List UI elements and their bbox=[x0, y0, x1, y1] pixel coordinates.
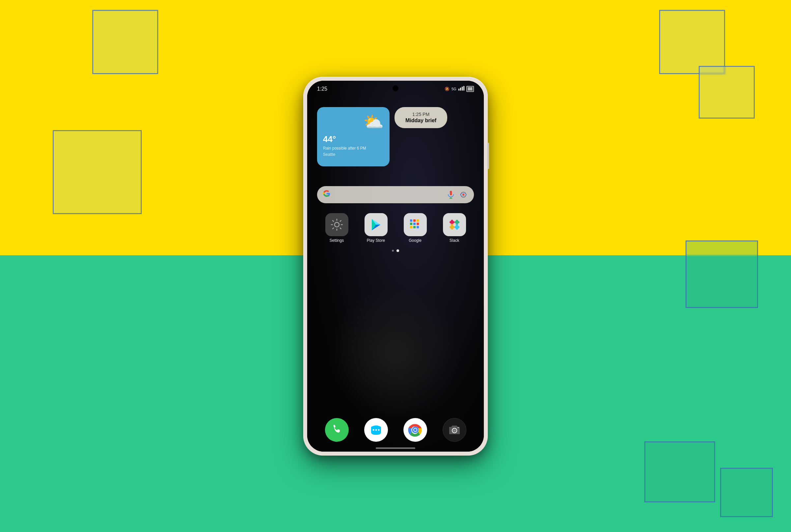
app-settings-label: Settings bbox=[330, 238, 344, 243]
svg-point-34 bbox=[378, 429, 379, 431]
dock-camera-icon bbox=[443, 418, 466, 442]
app-row: Settings Play bbox=[317, 213, 474, 243]
svg-rect-24 bbox=[449, 221, 455, 223]
svg-rect-22 bbox=[417, 226, 419, 228]
slack-icon bbox=[443, 213, 466, 236]
status-time: 1:25 bbox=[317, 86, 327, 92]
svg-rect-3 bbox=[463, 86, 464, 91]
svg-rect-21 bbox=[413, 226, 416, 228]
svg-point-39 bbox=[414, 429, 417, 431]
midday-time: 1:25 PM bbox=[412, 112, 429, 117]
search-lens-button[interactable] bbox=[459, 190, 468, 199]
page-dot-2 bbox=[397, 249, 399, 252]
app-settings[interactable]: Settings bbox=[325, 213, 348, 243]
settings-icon bbox=[325, 213, 348, 236]
app-google-label: Google bbox=[409, 238, 422, 243]
dock-chrome-icon bbox=[403, 418, 427, 442]
svg-rect-20 bbox=[410, 226, 412, 228]
dock-chrome[interactable] bbox=[403, 418, 427, 442]
svg-rect-15 bbox=[413, 220, 416, 222]
svg-point-42 bbox=[458, 427, 458, 428]
svg-point-8 bbox=[462, 194, 464, 196]
svg-point-9 bbox=[334, 222, 339, 227]
svg-rect-26 bbox=[455, 221, 459, 223]
weather-widget[interactable]: ⛅ 44° Rain possible after 6 PM Seattle bbox=[317, 107, 390, 166]
bottom-dock bbox=[307, 418, 484, 442]
midday-label: Midday brief bbox=[405, 118, 436, 124]
camera-cutout bbox=[392, 85, 399, 91]
app-playstore[interactable]: Play Store bbox=[365, 213, 388, 243]
app-slack[interactable]: Slack bbox=[443, 213, 466, 243]
battery-icon: 88 bbox=[466, 86, 474, 92]
glass-square-2 bbox=[659, 10, 725, 74]
midday-widget[interactable]: 1:25 PM Midday brief bbox=[394, 107, 447, 128]
widgets-row: ⛅ 44° Rain possible after 6 PM Seattle 1… bbox=[317, 107, 474, 166]
signal-bars bbox=[458, 86, 464, 92]
playstore-icon bbox=[365, 213, 388, 236]
svg-point-32 bbox=[372, 429, 374, 431]
app-google[interactable]: Google bbox=[404, 213, 427, 243]
dock-camera[interactable] bbox=[443, 418, 466, 442]
svg-rect-17 bbox=[410, 223, 412, 225]
svg-rect-0 bbox=[458, 89, 459, 91]
phone-container: 1:25 🔕 5G 88 bbox=[303, 77, 488, 456]
svg-rect-28 bbox=[449, 226, 455, 228]
phone-side-button bbox=[488, 142, 489, 169]
dock-phone[interactable] bbox=[325, 418, 349, 442]
svg-rect-14 bbox=[410, 220, 412, 222]
weather-city: Seattle bbox=[323, 152, 384, 157]
glass-square-7 bbox=[720, 468, 773, 517]
dock-messages[interactable] bbox=[364, 418, 388, 442]
google-logo bbox=[323, 190, 330, 199]
signal-text: 5G bbox=[452, 87, 457, 91]
weather-temperature: 44° bbox=[323, 134, 384, 144]
weather-icon: ⛅ bbox=[323, 112, 384, 131]
app-playstore-label: Play Store bbox=[367, 238, 385, 243]
glass-square-1 bbox=[92, 10, 158, 74]
glass-square-4 bbox=[699, 66, 755, 119]
svg-rect-30 bbox=[455, 226, 459, 228]
svg-point-41 bbox=[453, 429, 456, 432]
svg-rect-16 bbox=[417, 220, 419, 222]
svg-rect-1 bbox=[460, 88, 461, 91]
status-icons: 🔕 5G 88 bbox=[445, 86, 474, 92]
dock-phone-icon bbox=[325, 418, 349, 442]
svg-rect-4 bbox=[450, 191, 452, 195]
glass-square-6 bbox=[644, 441, 715, 502]
page-dot-1 bbox=[392, 250, 394, 252]
svg-rect-18 bbox=[413, 223, 416, 225]
phone-outer: 1:25 🔕 5G 88 bbox=[303, 77, 488, 456]
svg-rect-19 bbox=[417, 223, 419, 225]
home-indicator bbox=[376, 447, 415, 449]
notification-icon: 🔕 bbox=[445, 87, 449, 91]
google-icon bbox=[404, 213, 427, 236]
phone-screen[interactable]: 1:25 🔕 5G 88 bbox=[307, 81, 484, 452]
svg-rect-2 bbox=[462, 87, 463, 91]
glass-square-5 bbox=[685, 241, 758, 308]
dock-messages-icon bbox=[364, 418, 388, 442]
app-slack-label: Slack bbox=[449, 238, 459, 243]
search-bar[interactable] bbox=[317, 186, 474, 203]
screen-content: ⛅ 44° Rain possible after 6 PM Seattle 1… bbox=[307, 97, 484, 452]
weather-description: Rain possible after 6 PM bbox=[323, 146, 384, 151]
search-mic-button[interactable] bbox=[446, 190, 456, 199]
page-indicator bbox=[392, 249, 399, 252]
glass-square-3 bbox=[53, 130, 142, 214]
svg-point-33 bbox=[375, 429, 377, 431]
